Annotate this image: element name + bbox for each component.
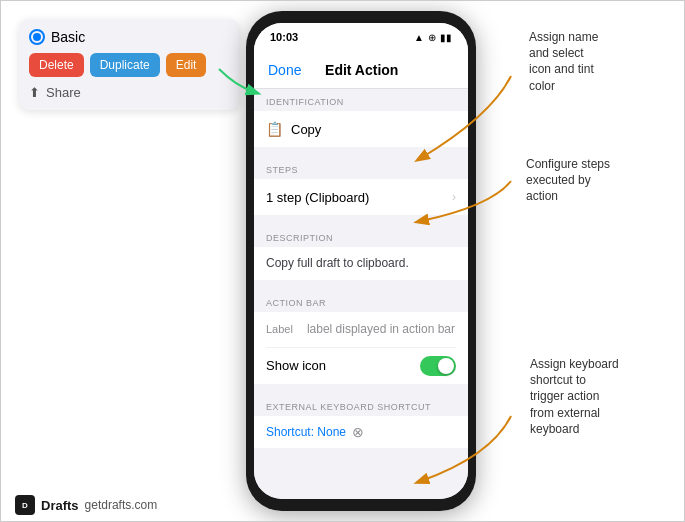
wifi-icon: ⊕ — [428, 32, 436, 43]
basic-label: Basic — [51, 29, 85, 45]
share-label: Share — [46, 85, 81, 100]
shortcut-clear-icon[interactable]: ⊗ — [352, 424, 364, 440]
logo-letter: D — [22, 501, 28, 510]
annotation-2-text: Configure stepsexecuted byaction — [526, 157, 610, 203]
keyboard-shortcut-card: Shortcut: None ⊗ — [254, 416, 468, 448]
edit-button[interactable]: Edit — [166, 53, 207, 77]
identification-card: 📋 Copy — [254, 111, 468, 147]
shortcut-row[interactable]: Shortcut: None ⊗ — [266, 416, 456, 448]
action-name-text: Copy — [291, 122, 456, 137]
nav-title: Edit Action — [325, 62, 398, 78]
action-bar-header: ACTION BAR — [254, 290, 468, 312]
chevron-icon: › — [452, 190, 456, 204]
label-key: Label — [266, 323, 293, 335]
steps-card: 1 step (Clipboard) › — [254, 179, 468, 215]
description-text: Copy full draft to clipboard. — [266, 247, 456, 280]
copy-icon: 📋 — [266, 121, 283, 137]
keyboard-shortcut-header: EXTERNAL KEYBOARD SHORTCUT — [254, 394, 468, 416]
screen-content[interactable]: IDENTIFICATION 📋 Copy STEPS 1 step (Clip… — [254, 89, 468, 499]
battery-icon: ▮▮ — [440, 32, 452, 43]
status-time: 10:03 — [270, 31, 298, 43]
show-icon-toggle[interactable] — [420, 356, 456, 376]
app-name: Drafts — [41, 498, 79, 513]
radio-inner — [33, 33, 41, 41]
action-name-cell[interactable]: 📋 Copy — [266, 111, 456, 147]
signal-icon: ▲ — [414, 32, 424, 43]
nav-bar: Done Edit Action — [254, 51, 468, 89]
keyboard-shortcut-inner: Shortcut: None ⊗ — [254, 416, 468, 448]
status-bar: 10:03 ▲ ⊕ ▮▮ — [254, 23, 468, 51]
identification-inner: 📋 Copy — [254, 111, 468, 147]
action-bar-card: Label label displayed in action bar Show… — [254, 312, 468, 384]
share-row: ⬆ Share — [29, 85, 229, 100]
show-icon-label: Show icon — [266, 358, 412, 373]
show-icon-cell[interactable]: Show icon — [266, 348, 456, 384]
left-panel: Basic Delete Duplicate Edit ⬆ Share — [19, 19, 239, 110]
annotation-3: Assign keyboardshortcut totrigger action… — [530, 356, 670, 437]
done-button[interactable]: Done — [268, 62, 301, 78]
description-card: Copy full draft to clipboard. — [254, 247, 468, 280]
delete-button[interactable]: Delete — [29, 53, 84, 77]
annotation-3-text: Assign keyboardshortcut totrigger action… — [530, 357, 619, 436]
toggle-knob — [438, 358, 454, 374]
status-icons: ▲ ⊕ ▮▮ — [414, 32, 452, 43]
shortcut-label: Shortcut: None — [266, 425, 346, 439]
label-cell[interactable]: Label label displayed in action bar — [266, 312, 456, 348]
annotation-1-text: Assign nameand selecticon and tintcolor — [529, 30, 598, 93]
action-buttons: Delete Duplicate Edit — [29, 53, 229, 77]
step-label: 1 step (Clipboard) — [266, 190, 444, 205]
phone-screen: 10:03 ▲ ⊕ ▮▮ Done Edit Action IDENTIFICA… — [254, 23, 468, 499]
share-icon: ⬆ — [29, 85, 40, 100]
basic-row: Basic — [29, 29, 229, 45]
basic-radio — [29, 29, 45, 45]
identification-header: IDENTIFICATION — [254, 89, 468, 111]
annotation-1: Assign nameand selecticon and tintcolor — [529, 29, 664, 94]
app-logo: D — [15, 495, 35, 515]
app-url: getdrafts.com — [85, 498, 158, 512]
action-bar-inner: Label label displayed in action bar Show… — [254, 312, 468, 384]
footer: D Drafts getdrafts.com — [15, 495, 157, 515]
description-inner: Copy full draft to clipboard. — [254, 247, 468, 280]
phone-device: 10:03 ▲ ⊕ ▮▮ Done Edit Action IDENTIFICA… — [246, 11, 476, 511]
description-header: DESCRIPTION — [254, 225, 468, 247]
step-cell[interactable]: 1 step (Clipboard) › — [266, 179, 456, 215]
duplicate-button[interactable]: Duplicate — [90, 53, 160, 77]
label-value: label displayed in action bar — [307, 322, 456, 336]
steps-inner: 1 step (Clipboard) › — [254, 179, 468, 215]
steps-header: STEPS — [254, 157, 468, 179]
annotation-2: Configure stepsexecuted byaction — [526, 156, 666, 205]
